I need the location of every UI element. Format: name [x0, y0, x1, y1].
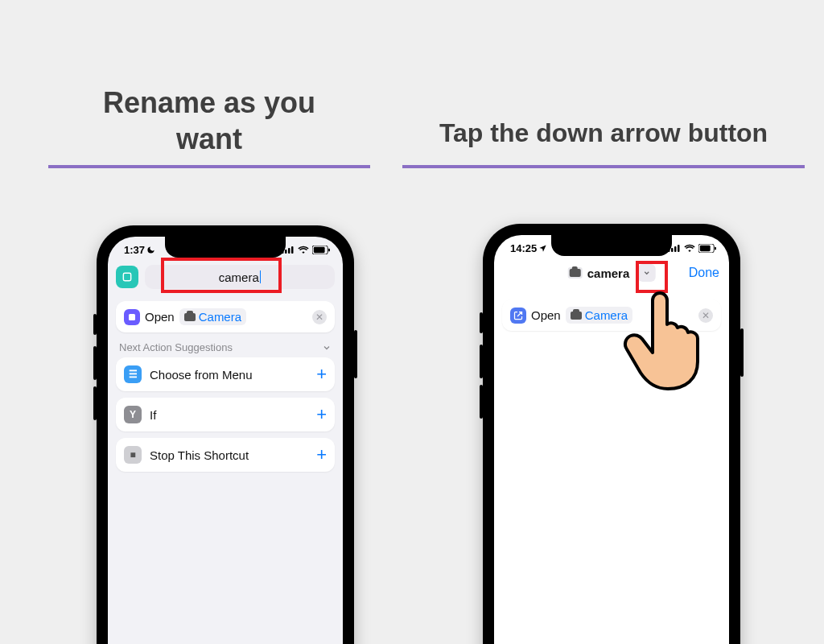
battery-icon	[312, 246, 330, 254]
app-name: Camera	[199, 310, 241, 324]
shortcut-camera-icon	[568, 267, 583, 279]
moon-icon	[146, 246, 155, 254]
caption-left-underline	[48, 165, 370, 168]
status-right-icons	[282, 246, 330, 254]
suggestions-header[interactable]: Next Action Suggestions	[119, 341, 332, 353]
svg-rect-15	[715, 246, 716, 250]
svg-rect-8	[129, 314, 135, 320]
power-button[interactable]	[354, 330, 357, 378]
stop-icon: ■	[124, 446, 142, 464]
battery-icon	[698, 244, 716, 253]
suggestion-label: Choose from Menu	[150, 368, 308, 382]
screen-left: 1:37 camera Open	[108, 237, 343, 644]
action-verb: Open	[531, 308, 561, 322]
suggestions-list: ☰ Choose from Menu + Y If + ■ Stop This …	[116, 357, 335, 472]
caption-right-text: Tap the down arrow button	[439, 118, 768, 147]
status-time: 14:25	[510, 242, 537, 254]
shortcut-name-input[interactable]: camera	[145, 265, 335, 289]
caption-left-line1: Rename as you	[103, 86, 315, 119]
caption-left: Rename as you want	[48, 85, 370, 157]
status-time: 1:37	[124, 244, 145, 256]
svg-rect-12	[678, 245, 680, 252]
svg-rect-3	[291, 246, 294, 254]
notch	[551, 235, 672, 256]
caption-right-underline	[402, 165, 805, 168]
app-chip[interactable]: Camera	[179, 308, 246, 325]
suggestion-if[interactable]: Y If +	[116, 398, 335, 431]
open-action-icon	[124, 309, 140, 325]
nav-bar: camera Done	[504, 261, 719, 285]
volume-down-button[interactable]	[480, 385, 483, 419]
svg-rect-6	[328, 248, 330, 251]
menu-icon: ☰	[124, 365, 142, 383]
phone-right: 14:25 camera Done Op	[483, 224, 740, 644]
svg-rect-14	[700, 245, 711, 250]
title-menu-button[interactable]	[637, 264, 655, 282]
action-card-open[interactable]: Open Camera ✕	[116, 301, 335, 332]
svg-rect-11	[674, 246, 677, 252]
suggestion-stop[interactable]: ■ Stop This Shortcut +	[116, 438, 335, 472]
add-icon[interactable]: +	[316, 446, 327, 464]
camera-icon	[184, 313, 196, 321]
mute-switch[interactable]	[480, 312, 483, 333]
caption-left-line2: want	[176, 122, 242, 155]
status-time-group: 1:37	[124, 244, 155, 256]
svg-rect-2	[288, 248, 290, 254]
status-time-group: 14:25	[510, 242, 547, 254]
suggestion-choose-from-menu[interactable]: ☰ Choose from Menu +	[116, 357, 335, 391]
suggestions-label: Next Action Suggestions	[119, 341, 233, 353]
volume-up-button[interactable]	[93, 346, 97, 380]
wifi-icon	[298, 246, 309, 254]
remove-action-button[interactable]: ✕	[312, 310, 327, 324]
action-verb: Open	[145, 310, 175, 324]
wifi-icon	[684, 244, 695, 252]
done-button[interactable]: Done	[689, 266, 719, 280]
status-right-icons	[668, 244, 716, 253]
mute-switch[interactable]	[93, 314, 97, 335]
text-caret	[260, 270, 262, 283]
phone-left: 1:37 camera Open	[97, 225, 354, 644]
title-row: camera	[116, 262, 335, 291]
shortcut-title: camera	[587, 266, 630, 280]
camera-icon	[571, 312, 582, 320]
chevron-down-icon	[322, 343, 332, 353]
add-icon[interactable]: +	[316, 406, 327, 423]
suggestion-label: Stop This Shortcut	[150, 448, 308, 462]
volume-down-button[interactable]	[93, 386, 97, 420]
shortcut-icon[interactable]	[116, 266, 138, 288]
caption-right: Tap the down arrow button	[402, 117, 805, 149]
volume-up-button[interactable]	[480, 345, 483, 378]
svg-rect-5	[314, 246, 325, 252]
power-button[interactable]	[740, 328, 744, 377]
shortcut-name-text: camera	[219, 270, 259, 284]
pointing-hand-icon	[620, 287, 716, 391]
screen-right: 14:25 camera Done Op	[494, 235, 729, 644]
title-group[interactable]: camera	[568, 264, 656, 282]
notch	[165, 237, 286, 258]
open-action-icon	[510, 308, 526, 324]
svg-rect-1	[285, 250, 287, 254]
suggestion-label: If	[150, 408, 308, 422]
svg-rect-7	[123, 273, 130, 280]
location-icon	[538, 244, 547, 253]
svg-rect-10	[671, 248, 674, 252]
branch-icon: Y	[124, 406, 142, 423]
add-icon[interactable]: +	[316, 365, 327, 383]
